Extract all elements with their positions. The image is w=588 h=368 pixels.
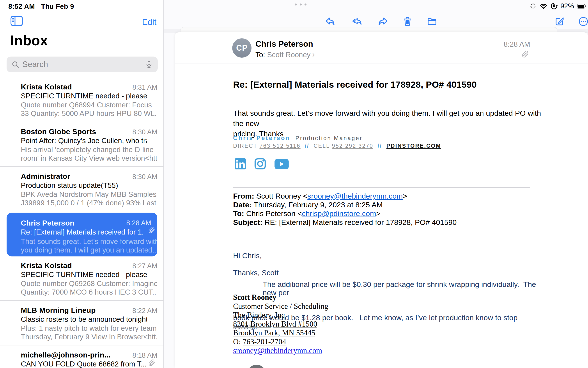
search-bar[interactable] xyxy=(7,56,158,72)
email-preview: Quote number Q68994 Customer: Focus33 Qu… xyxy=(21,101,157,118)
office-phone-link[interactable]: 763-201-2704 xyxy=(243,338,286,346)
status-bar-right: 92% xyxy=(529,2,586,10)
quoted-date-line: Date: Thursday, February 9, 2023 at 8:25… xyxy=(233,200,457,209)
quoted-subject-line: Subject: RE: [External] Materials receiv… xyxy=(233,218,457,227)
wifi-icon xyxy=(539,2,548,10)
status-time: 8:52 AM xyxy=(8,3,35,10)
email-preview: That sounds great. Let’s move forward wi… xyxy=(21,237,157,254)
email-time: 8:30 AM xyxy=(132,173,157,181)
sheet-drag-handle[interactable] xyxy=(295,3,307,6)
attachment-paperclip-icon xyxy=(148,359,155,367)
email-sender: Administrator xyxy=(21,172,70,181)
email-time: 8:18 AM xyxy=(132,351,157,359)
sig-company: The Bindery, Inc xyxy=(233,311,328,320)
recipient-name: Scott Rooney xyxy=(267,51,310,59)
email-preview: His arrival 'completely changed the D-li… xyxy=(21,145,157,162)
quoted-header: From: Scott Rooney <srooney@thebinderymn… xyxy=(233,192,457,227)
folder-icon[interactable] xyxy=(426,16,437,27)
email-sender: MLB Morning Lineup xyxy=(21,306,96,314)
company-logo-partial xyxy=(247,365,266,368)
quoted-signature-block: Scott Rooney Customer Service / Scheduli… xyxy=(233,293,328,355)
instagram-icon[interactable] xyxy=(254,158,266,170)
email-time: 8:28 AM xyxy=(126,219,151,227)
message-sender: Chris Peterson xyxy=(255,39,313,49)
rotation-lock-icon xyxy=(550,2,558,10)
message-time: 8:28 AM xyxy=(504,40,530,48)
microphone-icon[interactable] xyxy=(145,61,153,68)
email-time: 8:27 AM xyxy=(132,262,157,270)
sig-address-line1[interactable]: 8201 Brooklyn Blvd #1500 xyxy=(233,320,328,329)
email-subject: SPECIFIC TURNTIME needed - please repl..… xyxy=(21,92,147,100)
email-sender: Boston Globe Sports xyxy=(21,127,96,136)
email-list-item[interactable]: MLB Morning Lineup 8:22 AM Classic roste… xyxy=(0,301,164,345)
message-pane: CP Chris Peterson To: Scott Rooney› 8:28… xyxy=(164,0,588,368)
mailbox-sidebar: Edit Inbox Krista Kolstad 8:31 AM SPECIF… xyxy=(0,0,164,368)
reply-all-icon[interactable] xyxy=(351,16,362,27)
email-subject: Re: [External] Materials received for 1.… xyxy=(21,228,144,236)
email-subject: Classic rosters to be announced tonight xyxy=(21,315,147,323)
signature-name: Chris Peterson xyxy=(233,135,290,141)
email-list-item[interactable]: Krista Kolstad 8:31 AM SPECIFIC TURNTIME… xyxy=(0,78,164,122)
message-recipient-line[interactable]: To: Scott Rooney› xyxy=(255,50,315,59)
email-preview: Quote number Q69268 Customer: Imagine!Qu… xyxy=(21,279,157,296)
signature-role: Production Manager xyxy=(296,135,362,141)
reply-icon[interactable] xyxy=(325,16,336,27)
battery-icon xyxy=(577,2,586,10)
website-link[interactable]: PDINSTORE.COM xyxy=(387,143,441,149)
sidebar-toggle-icon[interactable] xyxy=(10,16,23,27)
email-time: 8:30 AM xyxy=(132,128,157,136)
email-preview: BPK Aveda Nordstrom May MBB SamplesJ3989… xyxy=(21,190,157,207)
activity-spinner-icon xyxy=(529,2,537,10)
edit-button[interactable]: Edit xyxy=(142,18,156,27)
message-card: CP Chris Peterson To: Scott Rooney› 8:28… xyxy=(175,32,588,368)
email-subject: Production status update(T55) xyxy=(21,181,147,190)
signature-email-link[interactable]: srooney@thebinderymn.com xyxy=(233,346,322,355)
quoted-closing: Thanks, Scott xyxy=(233,268,279,277)
youtube-icon[interactable] xyxy=(274,159,289,169)
header-divider xyxy=(175,64,588,64)
email-time: 8:22 AM xyxy=(132,307,157,315)
quoted-to-line: To: Chris Peterson <chrisp@pdinstore.com… xyxy=(233,209,457,218)
email-sender: Krista Kolstad xyxy=(21,261,72,270)
attachment-paperclip-icon xyxy=(148,226,155,234)
more-icon[interactable] xyxy=(578,16,588,27)
sig-address-line2[interactable]: Brooklyn Park, MN 55445 xyxy=(233,329,328,338)
email-subject: SPECIFIC TURNTIME needed - please repl..… xyxy=(21,270,147,279)
email-preview: Plus: 1 nasty pitch to watch for every t… xyxy=(21,324,157,341)
email-list-item[interactable]: Boston Globe Sports 8:30 AM Point After:… xyxy=(0,122,164,167)
trash-icon[interactable] xyxy=(402,16,413,27)
direct-phone-link[interactable]: 763 512 5116 xyxy=(260,143,301,149)
email-list-item[interactable]: michelle@johnson-prin... 8:18 AM CAN YOU… xyxy=(0,346,164,368)
email-list-item-selected[interactable]: Chris Peterson 8:28 AM Re: [External] Ma… xyxy=(7,213,157,257)
email-subject: CAN YOU FOLD Quote 68682 from T... xyxy=(21,360,147,368)
cell-phone-link[interactable]: 952 292 3270 xyxy=(332,143,373,149)
status-bar-left: 8:52 AM Thu Feb 9 xyxy=(8,3,74,10)
message-body: That sounds great. Let’s move forward wi… xyxy=(233,108,544,139)
search-input[interactable] xyxy=(22,60,142,69)
email-sender: Krista Kolstad xyxy=(21,83,72,91)
email-list-item[interactable]: Krista Kolstad 8:27 AM SPECIFIC TURNTIME… xyxy=(0,257,164,301)
stacked-sheet-edge xyxy=(180,27,557,33)
message-subject: Re: [External] Materials received for 17… xyxy=(233,80,540,90)
quoted-greeting: Hi Chris, xyxy=(233,251,538,260)
social-icons xyxy=(235,158,289,170)
compose-icon[interactable] xyxy=(554,16,565,27)
from-email-link[interactable]: srooney@thebinderymn.com xyxy=(307,192,403,200)
to-email-link[interactable]: chrisp@pdinstore.com xyxy=(302,209,376,218)
quoted-message-divider xyxy=(233,187,530,188)
attachment-paperclip-icon xyxy=(521,50,529,58)
linkedin-icon[interactable] xyxy=(235,158,246,170)
status-date: Thu Feb 9 xyxy=(41,3,74,10)
email-time: 8:31 AM xyxy=(132,83,157,92)
forward-icon[interactable] xyxy=(378,16,389,27)
chevron-right-icon: › xyxy=(312,50,315,59)
avatar: CP xyxy=(232,38,252,58)
sender-signature-line: Chris Peterson Production Manager xyxy=(233,135,362,142)
email-subject: Point After: Quincy’s Joe Cullen, who tr… xyxy=(21,137,147,145)
sig-name: Scott Rooney xyxy=(233,293,328,302)
email-list-item[interactable]: Administrator 8:30 AM Production status … xyxy=(0,167,164,212)
email-sender: michelle@johnson-prin... xyxy=(21,351,111,359)
sig-phone-line: O: 763-201-2704 xyxy=(233,338,328,347)
mailbox-title: Inbox xyxy=(10,32,48,49)
sender-contact-line: DIRECT 763 512 5116 // CELL 952 292 3270… xyxy=(233,143,441,149)
